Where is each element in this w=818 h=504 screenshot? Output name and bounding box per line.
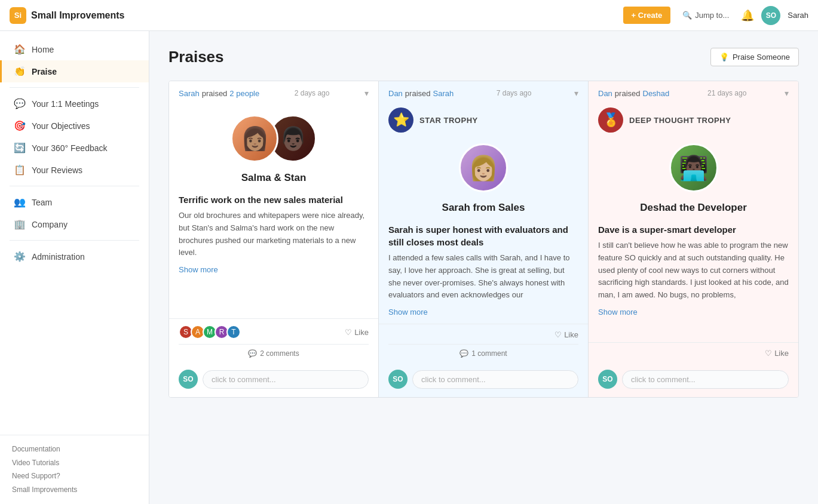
card-1-reactions: S A M R T ♡ Like <box>179 325 369 339</box>
card-2-comments-text[interactable]: 1 comment <box>471 349 507 358</box>
comment-icon: 💬 <box>248 349 257 358</box>
sidebar-label-reviews: Your Reviews <box>32 165 82 175</box>
card-3-comment-input[interactable]: click to comment... <box>622 370 789 389</box>
sidebar-item-home[interactable]: 🏠 Home <box>0 38 149 60</box>
card-2-header: Dan praised Sarah 7 days ago ▾ <box>379 81 588 105</box>
card-1-chevron[interactable]: ▾ <box>364 88 369 98</box>
praise-card-3: Dan praised Deshad 21 days ago ▾ 🏅 DEEP … <box>589 81 798 397</box>
reviews-icon: 📋 <box>14 164 26 176</box>
card-2-comment-row: SO click to comment... <box>379 364 588 397</box>
card-2-action: praised <box>405 89 431 98</box>
card-2-avatar-sarah: 👩🏼 <box>459 143 508 192</box>
footer-link-tutorials[interactable]: Video Tutorials <box>12 456 137 470</box>
sidebar-divider <box>10 87 139 88</box>
team-icon: 👥 <box>14 196 26 208</box>
card-2-commenter-avatar: SO <box>388 370 408 389</box>
logo-badge: Si <box>10 7 26 24</box>
page-header: Praises 💡 Praise Someone <box>168 48 799 66</box>
card-3-footer: ♡ Like <box>589 342 798 364</box>
card-1-show-more[interactable]: Show more <box>169 265 378 281</box>
like-label-2: Like <box>564 330 578 339</box>
card-1-target[interactable]: 2 people <box>229 89 259 98</box>
sidebar-divider-3 <box>10 240 139 241</box>
card-1-comments-count: 💬 2 comments <box>179 344 369 358</box>
sidebar-item-team[interactable]: 👥 Team <box>0 191 149 213</box>
card-3-avatars: 👨🏿‍💻 <box>589 137 798 197</box>
card-1-like-button[interactable]: ♡ Like <box>345 328 369 337</box>
card-1-comments-text[interactable]: 2 comments <box>260 349 299 358</box>
card-1-person-name: Salma & Stan <box>169 167 378 186</box>
sidebar-item-meetings[interactable]: 💬 Your 1:1 Meetings <box>0 93 149 115</box>
footer-link-support[interactable]: Need Support? <box>12 469 137 483</box>
sidebar-item-reviews[interactable]: 📋 Your Reviews <box>0 159 149 181</box>
footer-link-si[interactable]: Small Improvements <box>12 483 137 497</box>
topnav: Si Small Improvements + Create 🔍 Jump to… <box>0 0 818 31</box>
user-avatar[interactable]: SO <box>761 6 780 25</box>
sidebar-label-meetings: Your 1:1 Meetings <box>32 99 99 109</box>
sidebar-divider-2 <box>10 186 139 186</box>
card-1-comment-row: SO click to comment... <box>169 364 378 397</box>
meetings-icon: 💬 <box>14 98 26 109</box>
search-icon: 🔍 <box>682 11 692 20</box>
card-2-trophy-icon: ⭐ <box>388 107 413 133</box>
card-3-commenter-avatar: SO <box>598 370 617 389</box>
card-3-trophy-row: 🏅 DEEP THOUGHT TROPHY <box>589 105 798 137</box>
app-logo[interactable]: Si Small Improvements <box>10 7 125 24</box>
reaction-avatar-5: T <box>226 325 241 339</box>
card-1-commenter-avatar: SO <box>179 370 198 389</box>
card-2-show-more[interactable]: Show more <box>379 308 588 324</box>
create-button[interactable]: + Create <box>623 7 671 24</box>
card-1-comment-input[interactable]: click to comment... <box>203 370 369 389</box>
card-3-target[interactable]: Deshad <box>643 89 670 98</box>
card-1-by[interactable]: Sarah <box>179 89 200 98</box>
card-1-time: 2 days ago <box>295 89 330 97</box>
card-3-praise-body: I still can't believe how he was able to… <box>589 239 798 308</box>
praise-card-2: Dan praised Sarah 7 days ago ▾ ⭐ STAR TR… <box>379 81 589 397</box>
card-2-comments-count: 💬 1 comment <box>388 344 578 358</box>
heart-icon-2: ♡ <box>554 330 562 339</box>
card-3-show-more[interactable]: Show more <box>589 308 798 324</box>
praise-someone-label: Praise Someone <box>733 53 790 62</box>
sidebar-item-administration[interactable]: ⚙️ Administration <box>0 245 149 268</box>
card-2-chevron[interactable]: ▾ <box>574 88 578 98</box>
card-1-praise-body: Our old brochures and whitepapers were n… <box>169 210 378 265</box>
sidebar-item-company[interactable]: 🏢 Company <box>0 213 149 235</box>
sidebar-label-administration: Administration <box>32 252 85 262</box>
card-3-by[interactable]: Dan <box>598 89 612 98</box>
sidebar-item-objectives[interactable]: 🎯 Your Objectives <box>0 115 149 137</box>
sidebar-item-praise[interactable]: 👏 Praise <box>0 60 149 82</box>
card-2-comment-input[interactable]: click to comment... <box>412 370 578 389</box>
like-label-3: Like <box>774 349 789 358</box>
sidebar-item-feedback[interactable]: 🔄 Your 360° Feedback <box>0 137 149 159</box>
card-2-person-name: Sarah from Sales <box>379 197 588 216</box>
card-1-meta: Sarah praised 2 people <box>179 89 259 98</box>
praise-icon: 👏 <box>14 66 26 77</box>
card-2-footer: ♡ Like 💬 1 comment <box>379 324 588 364</box>
objectives-icon: 🎯 <box>14 120 26 131</box>
administration-icon: ⚙️ <box>14 251 26 262</box>
card-2-praise-body: I attended a few sales calls with Sarah,… <box>379 252 588 308</box>
sidebar-label-home: Home <box>32 45 54 54</box>
card-3-chevron[interactable]: ▾ <box>785 88 789 98</box>
sidebar-label-team: Team <box>32 198 52 207</box>
card-1-footer: S A M R T ♡ Like 💬 2 comments <box>169 318 378 364</box>
feedback-icon: 🔄 <box>14 142 26 153</box>
card-2-meta: Dan praised Sarah <box>388 89 454 98</box>
card-3-trophy-label: DEEP THOUGHT TROPHY <box>629 116 731 125</box>
card-2-target[interactable]: Sarah <box>433 89 454 98</box>
user-name[interactable]: Sarah <box>788 11 808 20</box>
card-3-like-button[interactable]: ♡ Like <box>765 349 789 358</box>
company-icon: 🏢 <box>14 219 26 230</box>
notifications-button[interactable]: 🔔 <box>741 9 754 22</box>
card-2-by[interactable]: Dan <box>388 89 403 98</box>
card-3-comment-row: SO click to comment... <box>589 364 798 397</box>
page-title: Praises <box>168 48 224 66</box>
footer-link-docs[interactable]: Documentation <box>12 442 137 456</box>
praise-someone-button[interactable]: 💡 Praise Someone <box>710 48 799 66</box>
card-2-reactions: ♡ Like <box>388 330 578 339</box>
jump-to-button[interactable]: 🔍 Jump to... <box>678 8 734 22</box>
sidebar-label-company: Company <box>32 220 68 229</box>
card-3-meta: Dan praised Deshad <box>598 89 669 98</box>
card-2-avatars: 👩🏼 <box>379 137 588 197</box>
card-2-like-button[interactable]: ♡ Like <box>554 330 578 339</box>
